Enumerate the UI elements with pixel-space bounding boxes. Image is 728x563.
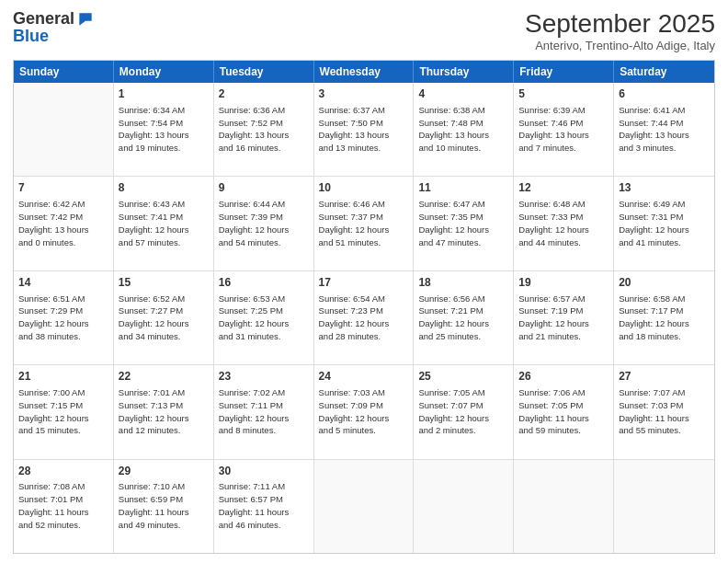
calendar-cell: 18Sunrise: 6:56 AM Sunset: 7:21 PM Dayli… [414,271,514,364]
calendar-cell [414,460,514,553]
calendar-header-wednesday: Wednesday [314,61,415,83]
day-number: 18 [418,275,508,291]
calendar-week-2: 14Sunrise: 6:51 AM Sunset: 7:29 PM Dayli… [14,270,714,364]
cell-detail: Sunrise: 7:02 AM Sunset: 7:11 PM Dayligh… [219,386,309,437]
day-number: 26 [518,369,609,385]
calendar-header-thursday: Thursday [414,61,514,83]
calendar-cell: 26Sunrise: 7:06 AM Sunset: 7:05 PM Dayli… [514,365,614,458]
svg-marker-0 [79,13,91,25]
calendar-cell: 16Sunrise: 6:53 AM Sunset: 7:25 PM Dayli… [214,271,314,364]
day-number: 11 [418,180,508,196]
day-number: 8 [119,180,209,196]
cell-detail: Sunrise: 6:46 AM Sunset: 7:37 PM Dayligh… [319,198,409,248]
calendar-header-sunday: Sunday [14,61,114,83]
calendar-cell: 11Sunrise: 6:47 AM Sunset: 7:35 PM Dayli… [414,177,514,270]
logo-general-text: General [13,9,74,29]
cell-detail: Sunrise: 7:00 AM Sunset: 7:15 PM Dayligh… [18,386,108,437]
logo-flag-icon [76,10,95,29]
day-number: 28 [18,464,108,479]
day-number: 19 [518,275,609,291]
calendar-cell: 21Sunrise: 7:00 AM Sunset: 7:15 PM Dayli… [14,365,114,458]
day-number: 16 [219,275,309,291]
cell-detail: Sunrise: 6:34 AM Sunset: 7:54 PM Dayligh… [119,104,209,155]
cell-detail: Sunrise: 7:08 AM Sunset: 7:01 PM Dayligh… [18,480,108,531]
calendar-header-friday: Friday [514,61,614,83]
calendar-cell: 9Sunrise: 6:44 AM Sunset: 7:39 PM Daylig… [214,177,314,270]
cell-detail: Sunrise: 6:57 AM Sunset: 7:19 PM Dayligh… [518,293,609,343]
calendar-week-3: 21Sunrise: 7:00 AM Sunset: 7:15 PM Dayli… [14,364,714,458]
day-number: 25 [418,369,508,385]
day-number: 15 [119,275,209,291]
calendar-cell: 24Sunrise: 7:03 AM Sunset: 7:09 PM Dayli… [314,365,415,458]
title-block: September 2025 Anterivo, Trentino-Alto A… [525,9,715,52]
calendar-cell: 15Sunrise: 6:52 AM Sunset: 7:27 PM Dayli… [114,271,214,364]
day-number: 1 [119,86,209,102]
calendar-cell: 3Sunrise: 6:37 AM Sunset: 7:50 PM Daylig… [314,83,415,176]
day-number: 4 [418,86,508,102]
day-number: 29 [119,464,209,479]
day-number: 23 [219,369,309,385]
calendar-cell: 8Sunrise: 6:43 AM Sunset: 7:41 PM Daylig… [114,177,214,270]
day-number: 10 [319,180,409,196]
cell-detail: Sunrise: 6:52 AM Sunset: 7:27 PM Dayligh… [119,293,209,343]
cell-detail: Sunrise: 6:43 AM Sunset: 7:41 PM Dayligh… [119,198,209,248]
calendar-week-4: 28Sunrise: 7:08 AM Sunset: 7:01 PM Dayli… [14,459,714,553]
calendar-cell: 30Sunrise: 7:11 AM Sunset: 6:57 PM Dayli… [214,460,314,553]
day-number: 24 [319,369,409,385]
cell-detail: Sunrise: 7:11 AM Sunset: 6:57 PM Dayligh… [219,480,309,531]
calendar-cell: 29Sunrise: 7:10 AM Sunset: 6:59 PM Dayli… [114,460,214,553]
day-number: 17 [319,275,409,291]
cell-detail: Sunrise: 7:03 AM Sunset: 7:09 PM Dayligh… [319,386,409,437]
cell-detail: Sunrise: 6:36 AM Sunset: 7:52 PM Dayligh… [219,104,309,155]
calendar-week-0: 1Sunrise: 6:34 AM Sunset: 7:54 PM Daylig… [14,83,714,176]
cell-detail: Sunrise: 6:37 AM Sunset: 7:50 PM Dayligh… [319,104,409,155]
cell-detail: Sunrise: 6:53 AM Sunset: 7:25 PM Dayligh… [219,293,309,343]
cell-detail: Sunrise: 6:39 AM Sunset: 7:46 PM Dayligh… [518,104,609,155]
cell-detail: Sunrise: 6:41 AM Sunset: 7:44 PM Dayligh… [619,104,710,155]
calendar-week-1: 7Sunrise: 6:42 AM Sunset: 7:42 PM Daylig… [14,176,714,270]
day-number: 22 [119,369,209,385]
cell-detail: Sunrise: 6:48 AM Sunset: 7:33 PM Dayligh… [518,198,609,248]
page: General Blue September 2025 Anterivo, Tr… [0,0,728,563]
calendar-cell: 28Sunrise: 7:08 AM Sunset: 7:01 PM Dayli… [14,460,114,553]
day-number: 5 [518,86,609,102]
calendar-cell [614,460,714,553]
calendar-cell: 6Sunrise: 6:41 AM Sunset: 7:44 PM Daylig… [614,83,714,176]
day-number: 21 [18,369,108,385]
day-number: 7 [18,180,108,196]
calendar-cell: 20Sunrise: 6:58 AM Sunset: 7:17 PM Dayli… [614,271,714,364]
cell-detail: Sunrise: 7:06 AM Sunset: 7:05 PM Dayligh… [518,386,609,437]
logo-blue-text: Blue [13,27,49,45]
cell-detail: Sunrise: 7:05 AM Sunset: 7:07 PM Dayligh… [418,386,508,437]
header: General Blue September 2025 Anterivo, Tr… [13,9,715,52]
calendar-cell: 10Sunrise: 6:46 AM Sunset: 7:37 PM Dayli… [314,177,415,270]
calendar-cell: 13Sunrise: 6:49 AM Sunset: 7:31 PM Dayli… [614,177,714,270]
calendar-cell: 4Sunrise: 6:38 AM Sunset: 7:48 PM Daylig… [414,83,514,176]
day-number: 2 [219,86,309,102]
day-number: 27 [619,369,710,385]
logo: General Blue [13,9,95,46]
day-number: 9 [219,180,309,196]
calendar-cell: 1Sunrise: 6:34 AM Sunset: 7:54 PM Daylig… [114,83,214,176]
calendar-cell: 22Sunrise: 7:01 AM Sunset: 7:13 PM Dayli… [114,365,214,458]
day-number: 13 [619,180,710,196]
main-title: September 2025 [525,9,715,39]
cell-detail: Sunrise: 6:42 AM Sunset: 7:42 PM Dayligh… [18,198,108,248]
calendar-header-tuesday: Tuesday [214,61,314,83]
cell-detail: Sunrise: 6:49 AM Sunset: 7:31 PM Dayligh… [619,198,710,248]
cell-detail: Sunrise: 7:10 AM Sunset: 6:59 PM Dayligh… [119,480,209,531]
cell-detail: Sunrise: 6:54 AM Sunset: 7:23 PM Dayligh… [319,293,409,343]
calendar-cell [514,460,614,553]
cell-detail: Sunrise: 6:51 AM Sunset: 7:29 PM Dayligh… [18,293,108,343]
cell-detail: Sunrise: 6:38 AM Sunset: 7:48 PM Dayligh… [418,104,508,155]
day-number: 14 [18,275,108,291]
cell-detail: Sunrise: 7:07 AM Sunset: 7:03 PM Dayligh… [619,386,710,437]
calendar-header-saturday: Saturday [614,61,714,83]
calendar-header: SundayMondayTuesdayWednesdayThursdayFrid… [14,61,714,83]
calendar-cell: 7Sunrise: 6:42 AM Sunset: 7:42 PM Daylig… [14,177,114,270]
calendar-cell: 27Sunrise: 7:07 AM Sunset: 7:03 PM Dayli… [614,365,714,458]
day-number: 30 [219,464,309,479]
calendar: SundayMondayTuesdayWednesdayThursdayFrid… [13,60,715,554]
calendar-cell: 25Sunrise: 7:05 AM Sunset: 7:07 PM Dayli… [414,365,514,458]
day-number: 6 [619,86,710,102]
